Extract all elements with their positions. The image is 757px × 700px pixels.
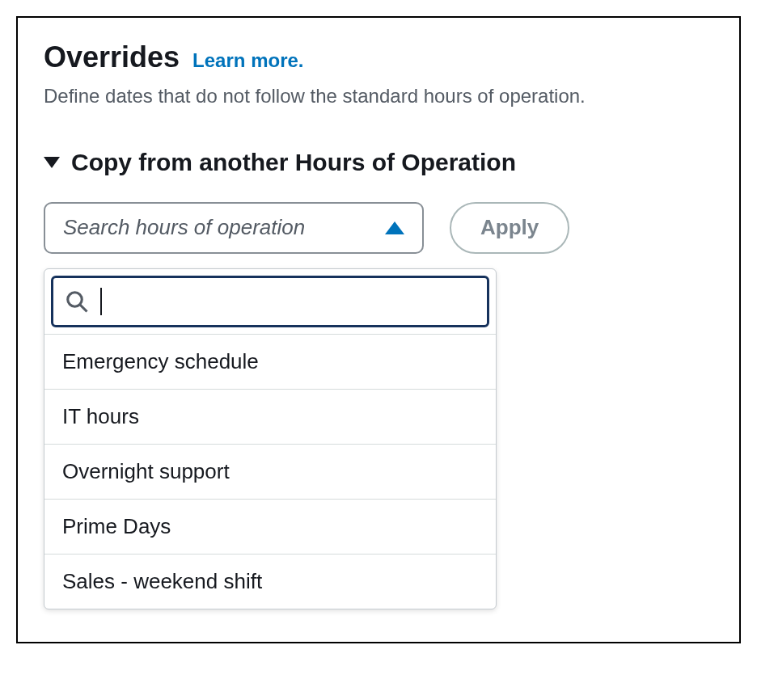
dropdown-option[interactable]: IT hours — [44, 389, 496, 444]
controls-row: Search hours of operation Apply — [44, 202, 713, 254]
hours-select-trigger[interactable]: Search hours of operation — [44, 202, 424, 254]
search-icon — [65, 289, 89, 314]
copy-section-title: Copy from another Hours of Operation — [71, 149, 516, 176]
chevron-down-icon — [44, 157, 60, 168]
select-placeholder: Search hours of operation — [63, 215, 305, 240]
header-row: Overrides Learn more. — [44, 40, 713, 74]
dropdown-search-row[interactable] — [51, 276, 489, 327]
svg-line-1 — [80, 304, 87, 311]
copy-section-toggle[interactable]: Copy from another Hours of Operation — [44, 149, 713, 176]
chevron-up-icon — [385, 221, 404, 234]
dropdown-option[interactable]: Emergency schedule — [44, 334, 496, 389]
learn-more-link[interactable]: Learn more. — [192, 49, 303, 72]
page-title: Overrides — [44, 40, 180, 74]
svg-point-0 — [68, 292, 82, 306]
dropdown-search-input[interactable] — [113, 289, 476, 314]
dropdown-option[interactable]: Sales - weekend shift — [44, 554, 496, 609]
overrides-panel: Overrides Learn more. Define dates that … — [16, 16, 741, 643]
text-cursor — [100, 288, 102, 315]
dropdown-option[interactable]: Prime Days — [44, 499, 496, 554]
apply-button[interactable]: Apply — [450, 202, 569, 254]
hours-dropdown: Emergency schedule IT hours Overnight su… — [44, 268, 497, 609]
page-description: Define dates that do not follow the stan… — [44, 82, 713, 110]
dropdown-option[interactable]: Overnight support — [44, 444, 496, 499]
